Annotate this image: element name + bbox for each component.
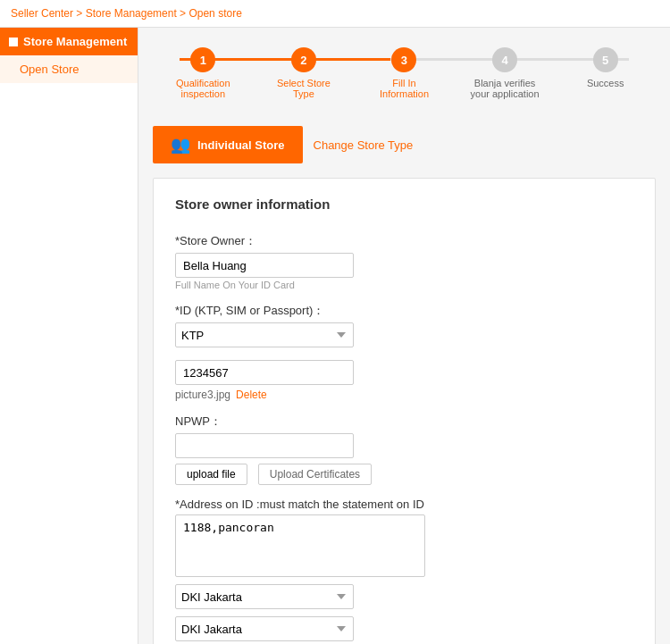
step-circle-1: 1 — [190, 47, 215, 72]
sidebar-item-open-store[interactable]: Open Store — [0, 55, 138, 83]
id-type-group: *ID (KTP, SIM or Passport)： KTP SIM Pass… — [175, 303, 633, 347]
step-circle-3: 3 — [391, 47, 416, 72]
form-card: Store owner information *Store Owner： Fu… — [153, 178, 656, 644]
store-type-bar: 👥 Individual Store Change Store Type — [153, 126, 656, 163]
province-select[interactable]: DKI Jakarta Jawa Barat Jawa Tengah — [175, 584, 354, 609]
step-2: 2 Select Store Type — [254, 47, 355, 99]
upload-file-button[interactable]: upload file — [175, 464, 247, 485]
form-section-title: Store owner information — [175, 197, 633, 219]
store-owner-group: *Store Owner： Full Name On Your ID Card — [175, 233, 633, 290]
store-owner-label: *Store Owner： — [175, 233, 633, 249]
step-label-3: Fill In Information — [368, 78, 440, 99]
step-circle-4: 4 — [492, 47, 517, 72]
city-select[interactable]: DKI Jakarta Bogor Depok — [175, 616, 354, 641]
step-label-4: Blanja verifies your application — [469, 78, 540, 99]
id-number-input[interactable] — [175, 360, 354, 385]
progress-steps: 1 Qualification inspection 2 Select Stor… — [153, 38, 656, 108]
id-number-group: picture3.jpg Delete — [175, 360, 633, 401]
step-4: 4 Blanja verifies your application — [455, 47, 556, 99]
location-dropdowns: DKI Jakarta Jawa Barat Jawa Tengah DKI J… — [175, 584, 633, 644]
breadcrumb: Seller Center > Store Management > Open … — [0, 0, 670, 28]
npwp-input[interactable] — [175, 433, 354, 458]
id-delete-link[interactable]: Delete — [236, 389, 267, 401]
step-5: 5 Success — [555, 47, 656, 88]
id-file-info: picture3.jpg Delete — [175, 389, 633, 401]
address-label: *Address on ID :must match the statement… — [175, 498, 633, 511]
upload-certificates-button[interactable]: Upload Certificates — [258, 464, 372, 485]
individual-store-button[interactable]: 👥 Individual Store — [153, 126, 303, 163]
step-1: 1 Qualification inspection — [153, 47, 254, 99]
step-label-1: Qualification inspection — [167, 78, 239, 99]
main-content: 1 Qualification inspection 2 Select Stor… — [138, 28, 670, 644]
address-textarea[interactable]: 1188,pancoran — [175, 514, 425, 577]
sidebar-icon — [9, 38, 18, 46]
step-circle-2: 2 — [291, 47, 316, 72]
sidebar-group-title: Store Management — [0, 28, 138, 55]
id-filename: picture3.jpg — [175, 389, 230, 401]
address-group: *Address on ID :must match the statement… — [175, 498, 633, 644]
change-store-type-link[interactable]: Change Store Type — [314, 138, 414, 152]
sidebar: Store Management Open Store — [0, 28, 138, 644]
step-3: 3 Fill In Information — [354, 47, 455, 99]
individual-store-icon: 👥 — [171, 135, 190, 155]
store-owner-input[interactable] — [175, 253, 354, 278]
id-type-label: *ID (KTP, SIM or Passport)： — [175, 303, 633, 319]
npwp-label: NPWP： — [175, 414, 633, 430]
store-owner-hint: Full Name On Your ID Card — [175, 280, 633, 290]
step-circle-5: 5 — [593, 47, 618, 72]
step-label-5: Success — [587, 78, 624, 88]
id-type-select[interactable]: KTP SIM Passport — [175, 322, 354, 347]
step-label-2: Select Store Type — [268, 78, 339, 99]
npwp-group: NPWP： upload file Upload Certificates — [175, 414, 633, 485]
